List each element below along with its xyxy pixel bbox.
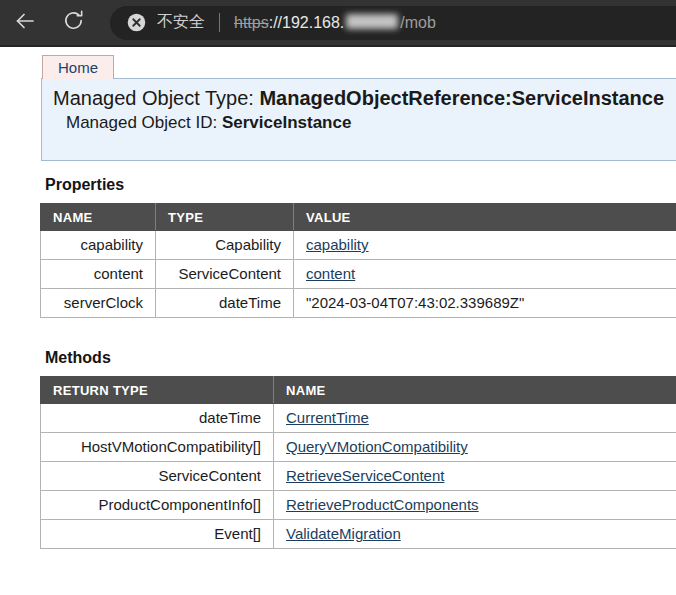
address-separator bbox=[219, 13, 220, 32]
method-name-link[interactable]: CurrentTime bbox=[286, 409, 369, 426]
method-return-type: ProductComponentInfo[] bbox=[41, 491, 274, 520]
methods-heading: Methods bbox=[45, 349, 676, 367]
method-return-type: HostVMotionCompatibility[] bbox=[41, 433, 274, 462]
column-header-method-name: NAME bbox=[274, 377, 676, 404]
property-type: Capability bbox=[156, 231, 294, 260]
method-return-type: Event[] bbox=[41, 520, 274, 549]
table-row: HostVMotionCompatibility[] QueryVMotionC… bbox=[41, 433, 676, 462]
managed-object-id-line: Managed Object ID: ServiceInstance bbox=[53, 113, 676, 133]
managed-object-id-value: ServiceInstance bbox=[222, 113, 351, 132]
url-redacted-blur bbox=[346, 14, 398, 29]
browser-toolbar: 不安全 https://192.168./mob bbox=[0, 0, 676, 47]
properties-table: NAME TYPE VALUE capability Capability ca… bbox=[40, 203, 676, 318]
tab-home[interactable]: Home bbox=[42, 55, 114, 79]
address-bar[interactable]: 不安全 https://192.168./mob bbox=[110, 6, 676, 40]
table-row: content ServiceContent content bbox=[41, 260, 676, 289]
managed-object-type-value: ManagedObjectReference:ServiceInstance bbox=[259, 87, 664, 109]
method-name-link[interactable]: RetrieveProductComponents bbox=[286, 496, 479, 513]
column-header-return-type: RETURN TYPE bbox=[41, 377, 274, 404]
property-type: dateTime bbox=[156, 289, 294, 318]
url-path: /mob bbox=[400, 14, 436, 31]
not-secure-icon[interactable] bbox=[126, 12, 147, 33]
methods-table: RETURN TYPE NAME dateTime CurrentTime Ho… bbox=[40, 376, 676, 549]
url-scheme: https bbox=[234, 14, 269, 31]
property-value-link[interactable]: content bbox=[306, 265, 355, 282]
managed-object-type-label: Managed Object Type: bbox=[53, 87, 259, 109]
table-row: dateTime CurrentTime bbox=[41, 404, 676, 433]
mob-page: Home Managed Object Type: ManagedObjectR… bbox=[0, 47, 676, 549]
managed-object-id-label: Managed Object ID: bbox=[66, 113, 222, 132]
back-button[interactable] bbox=[8, 6, 42, 40]
methods-header-row: RETURN TYPE NAME bbox=[41, 377, 676, 404]
method-name-link[interactable]: ValidateMigration bbox=[286, 525, 401, 542]
method-return-type: ServiceContent bbox=[41, 462, 274, 491]
property-type: ServiceContent bbox=[156, 260, 294, 289]
security-label[interactable]: 不安全 bbox=[157, 12, 205, 33]
properties-header-row: NAME TYPE VALUE bbox=[41, 204, 676, 231]
managed-object-header-box: Managed Object Type: ManagedObjectRefere… bbox=[41, 78, 676, 161]
column-header-name: NAME bbox=[41, 204, 156, 231]
property-name: serverClock bbox=[41, 289, 156, 318]
table-row: Event[] ValidateMigration bbox=[41, 520, 676, 549]
url-scheme-separator: :// bbox=[269, 14, 282, 31]
column-header-type: TYPE bbox=[156, 204, 294, 231]
table-row: ServiceContent RetrieveServiceContent bbox=[41, 462, 676, 491]
column-header-value: VALUE bbox=[294, 204, 676, 231]
property-name: content bbox=[41, 260, 156, 289]
properties-heading: Properties bbox=[45, 176, 676, 194]
url-host: 192.168. bbox=[282, 14, 344, 31]
back-arrow-icon bbox=[13, 9, 37, 37]
property-value: "2024-03-04T07:43:02.339689Z" bbox=[306, 294, 524, 311]
table-row: ProductComponentInfo[] RetrieveProductCo… bbox=[41, 491, 676, 520]
method-return-type: dateTime bbox=[41, 404, 274, 433]
method-name-link[interactable]: RetrieveServiceContent bbox=[286, 467, 444, 484]
table-row: serverClock dateTime "2024-03-04T07:43:0… bbox=[41, 289, 676, 318]
property-name: capability bbox=[41, 231, 156, 260]
refresh-button[interactable] bbox=[56, 6, 90, 40]
table-row: capability Capability capability bbox=[41, 231, 676, 260]
property-value-link[interactable]: capability bbox=[306, 236, 369, 253]
url-text[interactable]: https://192.168./mob bbox=[234, 14, 436, 32]
refresh-icon bbox=[62, 9, 85, 36]
managed-object-type-line: Managed Object Type: ManagedObjectRefere… bbox=[53, 87, 676, 110]
method-name-link[interactable]: QueryVMotionCompatibility bbox=[286, 438, 468, 455]
